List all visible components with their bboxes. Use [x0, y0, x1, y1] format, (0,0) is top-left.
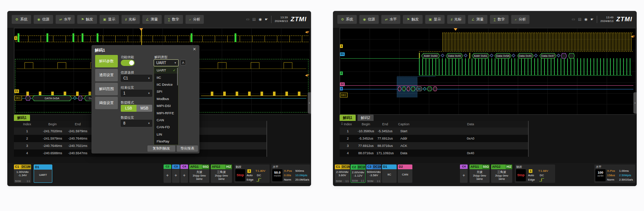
menu-button[interactable]: ⇌ 水平	[381, 15, 401, 24]
c3-position-marker[interactable]: 3	[340, 87, 343, 90]
lsb-button[interactable]: LSB	[121, 105, 136, 112]
protocol-option[interactable]: SPI	[154, 88, 178, 95]
menu-button[interactable]: ⇌ 水平	[56, 15, 75, 24]
decode-tab-1[interactable]: 解码1	[340, 115, 356, 121]
copy-to-trigger-button[interactable]: 复制到触发	[147, 145, 175, 152]
dialog-tab-threshold[interactable]: 阈值设置	[95, 97, 118, 109]
table-row[interactable]: 1 -10.3580us -5.3452us Start	[340, 127, 528, 135]
channel-c2-collapsed[interactable]: C2 +	[164, 164, 171, 183]
network-icon[interactable]: ◉	[584, 18, 588, 21]
horizontal-status-section[interactable]: 水平 50.0 ms/div X-Pos 0.00s Norm 500ms 10…	[271, 164, 310, 183]
dialog-tab-decode-range[interactable]: 解码范围	[95, 83, 118, 95]
dialog-tab-decode-params[interactable]: 解码参数	[95, 55, 118, 67]
trigger-position-icon[interactable]	[139, 28, 143, 31]
decode-track-label[interactable]: DEC	[340, 93, 348, 97]
decode-tab-1[interactable]: 解码1	[14, 115, 30, 121]
data-bits-select[interactable]: 8	[121, 120, 152, 127]
close-icon[interactable]: ✕	[193, 47, 196, 52]
c1-burst-trace	[442, 33, 633, 51]
source-select[interactable]: C1	[121, 75, 152, 82]
menu-button[interactable]: ∑ 数学	[164, 15, 183, 24]
c1-position-marker[interactable]: C1	[14, 89, 19, 93]
menu-button[interactable]: ⚙ 系统	[12, 15, 31, 24]
menu-button[interactable]: ⚙ 系统	[337, 15, 357, 24]
channel-c3-collapsed[interactable]: C3 +	[172, 164, 180, 183]
horizontal-status-section[interactable]: 水平 100 us/div X-Pos 158us Norm 1.00ms 2.…	[594, 164, 635, 183]
table-row[interactable]: 3 77.6912us 88.0716us ACK	[340, 142, 528, 149]
trigger-level-marker[interactable]: ◀T	[631, 35, 635, 38]
touch-icon[interactable]: ☛	[591, 18, 594, 21]
protocol-option[interactable]: IIC Device	[154, 81, 178, 88]
cell-begin: -240.6588ms	[40, 151, 65, 155]
channel-c1[interactable]: C1DC1M 2.00V/div 3.60V 500M1:1	[335, 164, 350, 183]
msb-button[interactable]: MSB	[136, 105, 152, 112]
d2-position-marker[interactable]: D2	[340, 82, 345, 86]
c1-position-marker[interactable]: 1	[340, 44, 343, 48]
storage-icon[interactable]: ▤	[578, 18, 581, 21]
trigger-level-marker[interactable]: ◀T	[305, 30, 309, 34]
menu-button[interactable]: ▣ 显示	[100, 15, 119, 24]
afg1-block[interactable]: AFG150Ω 方波 3Vpp 0mv 1kHz	[189, 164, 209, 183]
end-bits-select[interactable]: 1	[121, 90, 152, 97]
side-panel-handle[interactable]: ›	[633, 92, 637, 114]
protocol-option[interactable]: CAN-FD	[154, 123, 178, 130]
protocol-option[interactable]: MIPI-RFFE	[154, 109, 178, 116]
keyboard-toggle-button[interactable]: A	[180, 60, 186, 65]
channel-c3[interactable]: C3DC1M 500mV/div -3.58V 500M1:1	[366, 164, 381, 183]
channel-c4-collapsed[interactable]: C4 +	[460, 164, 468, 183]
menu-button[interactable]: ◉ 信源	[359, 15, 379, 24]
afg2-block[interactable]: AFG2HiZ 三角波 3Vpp 0mv 1kHz	[211, 164, 232, 183]
dialog-tab-general[interactable]: 通用设置	[95, 69, 118, 81]
menu-button[interactable]: ⚑ 触发	[77, 15, 97, 24]
message-icon[interactable]: ▭	[572, 18, 575, 21]
menu-button[interactable]: ⚑ 触发	[403, 15, 422, 24]
protocol-option[interactable]: IIC	[154, 74, 178, 81]
menu-button[interactable]: ∠ 测量	[142, 15, 162, 24]
overview-channel-marker[interactable]: 1	[14, 36, 17, 40]
cell-index: 1	[340, 129, 356, 133]
decode-table: ⇩ Index Begin End Caption Data 1 -10.358…	[340, 121, 529, 157]
menu-button[interactable]: ▣ 显示	[425, 15, 445, 24]
storage-icon[interactable]: ▤	[252, 18, 256, 21]
table-row[interactable]: 4 88.0716us 171.1092us Data 0x40	[340, 149, 528, 157]
trigger-position-icon[interactable]	[454, 28, 457, 31]
protocol-option[interactable]: LIN	[154, 131, 178, 138]
protocol-option[interactable]: MIPI-DSI	[154, 102, 178, 109]
d1-position-marker[interactable]: D1	[340, 52, 345, 56]
trigger-status-section[interactable]: 触发 Stop 1 Auto Edge T:1.68V DC	[515, 164, 555, 183]
menu-button[interactable]: ∠ 测量	[468, 15, 487, 24]
touch-icon[interactable]: ☛	[265, 18, 268, 21]
menu-button[interactable]: ◉ 信源	[34, 15, 53, 24]
protocol-option[interactable]: Modbus	[154, 95, 178, 102]
channel-c2[interactable]: C2DC1M 2.00V/div -1.12V 500M1:1	[351, 164, 366, 183]
menu-button[interactable]: ⌕ 分析	[186, 15, 204, 24]
menu-button[interactable]: ∑ 数学	[490, 15, 509, 24]
trigger-status-section[interactable]: 触发 Stop 1 Auto Edge T:1.80V DC	[234, 164, 270, 183]
menu-button[interactable]: ♯ 光标	[121, 15, 140, 24]
channel-d1[interactable]: D1 UART	[34, 164, 52, 183]
side-panel-handle[interactable]: ›	[308, 92, 311, 114]
d1-activity-bar	[18, 33, 19, 42]
protocol-option[interactable]: CAN	[154, 116, 178, 123]
enable-toggle[interactable]	[121, 60, 135, 66]
network-icon[interactable]: ◉	[259, 18, 262, 21]
d1-activity-bar	[46, 33, 48, 42]
decode-track-label[interactable]: DEC	[14, 96, 22, 100]
protocol-option[interactable]: FlexRay	[154, 138, 178, 145]
c2-position-marker[interactable]: 2	[340, 71, 343, 75]
menu-button[interactable]: ♯ 光标	[447, 15, 465, 24]
channel-d2[interactable]: D2 CAN	[398, 164, 412, 183]
message-icon[interactable]: ▭	[246, 18, 249, 21]
channel-d1[interactable]: D1 IIC	[382, 164, 397, 183]
channel-c1[interactable]: C1DC1M 1.00V/div -1.34V 500M1:1	[14, 164, 31, 183]
channel-c4-collapsed[interactable]: C4 +	[180, 164, 188, 183]
menu-button[interactable]: ⌕ 分析	[511, 15, 529, 24]
afg2-block[interactable]: AFG2HiZ 三角波 3Vpp 0mv 1kHz	[491, 164, 512, 183]
export-icon[interactable]: ⇩	[341, 122, 344, 126]
afg1-block[interactable]: AFG150Ω 方波 3Vpp 0mv 1kHz	[469, 164, 490, 183]
decode-tab-2[interactable]: 解码2	[357, 115, 374, 121]
export-report-button[interactable]: 导出报表	[177, 145, 198, 152]
protocol-option[interactable]: UART	[154, 67, 178, 74]
table-row[interactable]: 2 -5.3452us 77.6912us Addr 0xA0	[340, 135, 528, 142]
decode-type-select[interactable]: UART	[154, 59, 179, 66]
